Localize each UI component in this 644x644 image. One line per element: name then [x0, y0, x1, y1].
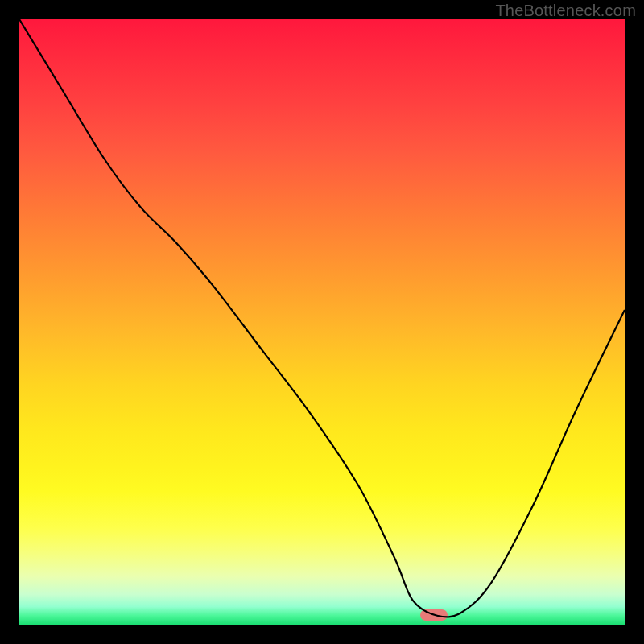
- curve-path: [19, 19, 625, 617]
- watermark-text: TheBottleneck.com: [495, 2, 636, 20]
- frame-border-left: [0, 0, 19, 644]
- chart-frame: TheBottleneck.com: [0, 0, 644, 644]
- frame-border-right: [625, 0, 644, 644]
- bottleneck-curve: [19, 19, 625, 625]
- frame-border-bottom: [0, 625, 644, 644]
